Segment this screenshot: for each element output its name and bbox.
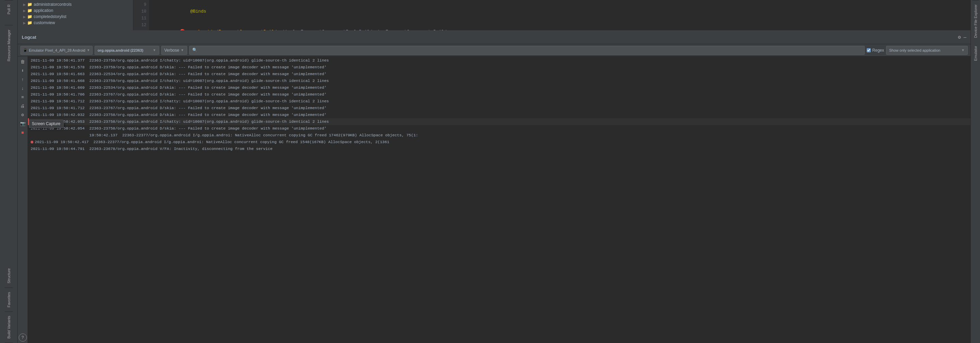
code-area: ▶ 📁 administratorcontrols ▶ 📁 applicatio… [18,0,970,30]
logcat-header-icons: ⚙ — [958,34,966,40]
search-box[interactable]: 🔍 [189,46,865,55]
log-line: 2021-11-09 19:50:41.377 22363-23759/org.… [28,57,970,64]
tree-item[interactable]: ▶ 📁 administratorcontrols [18,2,133,8]
log-line-highlighted: 2021-11-09 19:50:42.053 22363-23758/org.… [28,118,970,125]
right-sidebar: Device File Explorer Emulator [970,0,980,343]
clear-logcat-button[interactable]: 🗑 [19,58,27,66]
red-dot-indicator [30,141,33,143]
device-label: Emulator Pixel_4_API_28 Android [29,48,86,52]
search-input[interactable] [199,48,862,53]
show-only-dropdown-arrow: ▼ [961,48,965,52]
sidebar-item-resource-manager[interactable]: Resource Manager [5,25,13,66]
left-sidebar: Pull R Resource Manager Structure Favori… [0,0,18,343]
log-line: 2021-11-09 19:50:41.706 22363-23767/org.… [28,91,970,98]
sidebar-item-structure[interactable]: Structure [5,264,13,288]
show-only-label: Show only selected application [889,48,940,52]
tree-label: application [34,8,53,13]
minimize-icon[interactable]: — [964,35,966,40]
level-label: Verbose [164,48,179,53]
device-selector[interactable]: 📱 Emulator Pixel_4_API_28 Android ▼ [21,46,92,55]
tree-label: customview [34,21,55,25]
log-line: 2021-11-09 19:50:41.712 22363-23767/org.… [28,105,970,111]
scroll-down-button[interactable]: ⬇ [19,67,27,75]
line-numbers: 9 10 11 12 [134,0,149,30]
regex-checkbox[interactable] [867,48,871,52]
logcat-header: Logcat ⚙ — [18,30,970,44]
sidebar-item-favorites[interactable]: Favorites [5,288,13,312]
folder-icon: 📁 [27,8,32,13]
tree-item[interactable]: ▶ 📁 application [18,8,133,14]
sidebar-item-build-variants[interactable]: Build Variants [5,312,13,343]
tree-arrow: ▶ [23,21,26,25]
level-selector[interactable]: Verbose ▼ [161,46,187,55]
log-line: 19:50:42.137 22363-22377/org.oppia.andro… [28,132,970,139]
log-line: 2021-11-09 19:50:41.578 22363-23759/org.… [28,64,970,71]
log-line-with-indicator: 2021-11-09 19:50:42.417 22363-22377/org.… [28,139,970,146]
folder-icon: 📁 [27,14,32,19]
app-dropdown-arrow: ▼ [153,48,156,52]
logcat-settings-button[interactable]: ⚙ [19,111,27,119]
search-icon: 🔍 [192,48,197,53]
tree-item[interactable]: ▶ 📁 completedstorylist [18,14,133,20]
log-line: 2021-11-09 19:50:42.054 22363-23758/org.… [28,125,970,132]
regex-option[interactable]: Regex [867,48,884,53]
sidebar-tab-emulator[interactable]: Emulator [972,42,979,65]
log-line: 2021-11-09 19:50:41.669 22363-22534/org.… [28,84,970,91]
tree-item[interactable]: ▶ 📁 customview [18,20,133,26]
code-content[interactable]: @Binds 🔴 fun bindFragmentComponentBuilde… [149,0,970,30]
logcat-panel: Logcat ⚙ — 📱 Emulator Pixel_4_API_28 And… [18,30,970,343]
logcat-toolbar: 📱 Emulator Pixel_4_API_28 Android ▼ org.… [18,44,970,56]
logcat-left-icons: 🗑 ⬇ ↑ ↓ ≡ 🖨 ⚙ 📷 Screen Capture ■ ? [18,56,28,343]
help-button[interactable]: ? [19,333,27,341]
print-button[interactable]: 🖨 [19,102,27,110]
log-text: 2021-11-09 19:50:42.417 22363-22377/org.… [35,139,389,145]
level-dropdown-arrow: ▼ [181,48,184,52]
log-line: 2021-11-09 19:50:44.791 22363-23678/org.… [28,146,970,152]
folder-icon: 📁 [27,21,32,25]
app-label: org.oppia.android (22363) [98,48,143,52]
tree-arrow: ▶ [23,9,26,13]
scroll-up-button[interactable]: ↑ [19,75,27,84]
app-selector[interactable]: org.oppia.android (22363) ▼ [95,46,159,55]
code-line: @Binds [153,2,966,22]
scroll-bottom-button[interactable]: ↓ [19,84,27,92]
sidebar-tab-pull-r[interactable]: Pull R [5,0,13,18]
tree-label: completedstorylist [34,14,66,19]
filter-button[interactable]: ≡ [19,93,27,101]
code-line: 🔴 fun bindFragmentComponentBuilder(impl:… [153,22,966,30]
logcat-title: Logcat [22,35,37,40]
tree-label: administratorcontrols [34,2,72,7]
tree-arrow: ▶ [23,15,26,19]
tree-arrow: ▶ [23,3,26,6]
device-icon: 📱 [23,48,27,52]
file-tree: ▶ 📁 administratorcontrols ▶ 📁 applicatio… [18,0,134,30]
screen-capture-tooltip: Screen Capture [29,120,64,128]
screen-capture-button[interactable]: 📷 Screen Capture [19,120,27,128]
log-line: 2021-11-09 19:50:41.712 22363-23767/org.… [28,98,970,105]
device-dropdown-arrow: ▼ [87,48,90,52]
sidebar-tab-device-file-explorer[interactable]: Device File Explorer [972,0,979,42]
show-only-selector[interactable]: Show only selected application ▼ [886,46,968,55]
gear-icon[interactable]: ⚙ [958,34,961,40]
stop-button[interactable]: ■ [19,129,27,137]
log-line: 2021-11-09 19:50:41.663 22363-22534/org.… [28,71,970,78]
code-editor: 9 10 11 12 @Binds 🔴 fun bindFragmentComp… [134,0,970,30]
regex-label: Regex [872,48,884,53]
folder-icon: 📁 [27,2,32,7]
log-line: 2021-11-09 19:50:42.032 22363-23758/org.… [28,111,970,118]
log-output[interactable]: 2021-11-09 19:50:41.377 22363-23759/org.… [28,56,970,343]
log-line: 2021-11-09 19:50:41.668 22363-23759/org.… [28,78,970,84]
